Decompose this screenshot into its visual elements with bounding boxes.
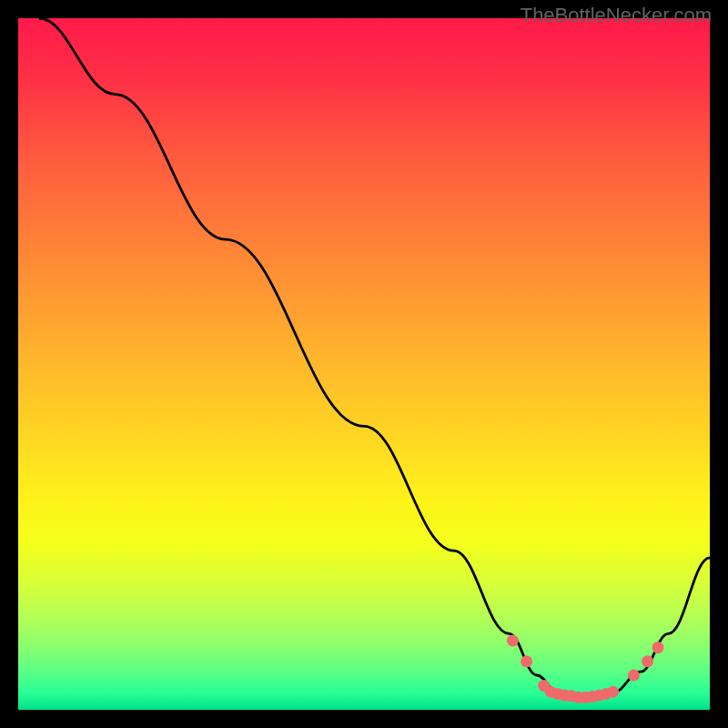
- chart-marker: [642, 655, 653, 667]
- chart-marker: [521, 655, 532, 667]
- chart-background: [18, 18, 710, 710]
- watermark-text: TheBottleNecker.com: [521, 4, 712, 27]
- chart-svg: [18, 18, 710, 710]
- chart-marker: [607, 686, 619, 698]
- chart-marker: [628, 670, 640, 682]
- chart-marker: [652, 642, 664, 653]
- chart-marker: [507, 635, 519, 647]
- chart-plot-area: [18, 18, 710, 710]
